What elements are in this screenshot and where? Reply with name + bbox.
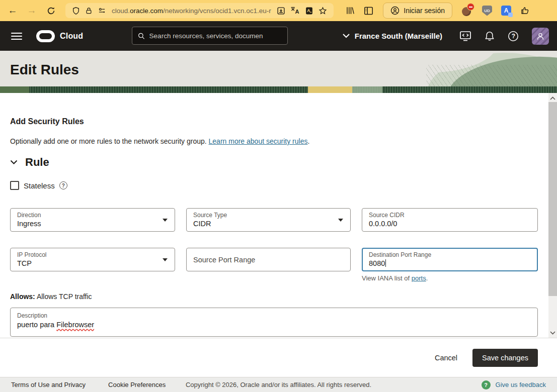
reload-icon[interactable]: [43, 3, 58, 18]
nav-menu-icon[interactable]: [11, 33, 22, 40]
region-label: France South (Marseille): [355, 32, 442, 40]
collapse-chevron-icon[interactable]: [10, 160, 18, 165]
action-bar: Cancel Save changes: [0, 338, 557, 377]
tracking-shield-icon[interactable]: [72, 7, 80, 15]
search-input[interactable]: [149, 32, 282, 40]
user-avatar[interactable]: [532, 28, 549, 45]
cancel-button[interactable]: Cancel: [435, 354, 457, 362]
field-value: Ingress: [17, 219, 168, 228]
cloud-shell-icon[interactable]: [459, 31, 471, 42]
region-selector[interactable]: France South (Marseille): [343, 32, 442, 40]
scrollbar-thumb[interactable]: [548, 102, 557, 296]
stateless-checkbox[interactable]: [10, 181, 19, 190]
field-label: Direction: [17, 212, 168, 219]
bookmark-star-icon[interactable]: [319, 7, 327, 15]
banner-art: [0, 86, 29, 93]
field-value: puerto para Filebrowser: [17, 321, 531, 329]
back-icon[interactable]: ←: [5, 3, 20, 18]
cookie-blocker-extension-icon[interactable]: [462, 5, 473, 16]
terms-link[interactable]: Terms of Use and Privacy: [11, 381, 86, 388]
stateless-row: Stateless ?: [10, 181, 538, 190]
banner-art: [352, 86, 382, 93]
field-label: Description: [17, 312, 531, 319]
field-label: Source CIDR: [369, 212, 531, 219]
edit-rules-panel: Add Security Rules Optionally add one or…: [0, 93, 557, 338]
field-value: TCP: [17, 259, 168, 268]
ports-link[interactable]: ports: [412, 274, 426, 282]
rule-fields-row-1: Direction Ingress Source Type CIDR Sourc…: [10, 208, 538, 232]
allows-label: Allows:: [10, 292, 35, 301]
page-footer: Terms of Use and Privacy Cookie Preferen…: [0, 377, 557, 392]
cookie-preferences-link[interactable]: Cookie Preferences: [108, 381, 166, 388]
scroll-up-icon[interactable]: [548, 94, 557, 102]
svg-text:A: A: [307, 8, 310, 13]
banner-art-strip: [0, 86, 557, 93]
forward-icon[interactable]: →: [24, 3, 39, 18]
save-page-icon[interactable]: [277, 7, 285, 15]
global-search[interactable]: [132, 27, 288, 45]
save-changes-button[interactable]: Save changes: [472, 349, 538, 367]
source-cidr-input[interactable]: Source CIDR 0.0.0.0/0: [362, 208, 538, 232]
brand-label[interactable]: Cloud: [60, 32, 83, 41]
library-icon[interactable]: [346, 6, 355, 15]
allows-summary: Allows: Allows TCP traffic: [10, 292, 538, 301]
url-text: cloud.oracle.com/networking/vcns/ocid1.v…: [112, 7, 271, 15]
stateless-label: Stateless: [24, 181, 55, 190]
translate-page-icon[interactable]: A: [290, 7, 300, 15]
oci-header: Cloud France South (Marseille) ?: [0, 21, 557, 51]
toolbar-right-group: Iniciar sesión UD A: [341, 3, 552, 19]
sidebar-toggle-icon[interactable]: [364, 7, 373, 15]
source-port-range-input[interactable]: Source Port Range: [186, 248, 351, 271]
intro-text: Optionally add one or more rules to the …: [10, 137, 209, 145]
browser-menu-icon[interactable]: [538, 8, 547, 14]
url-bar[interactable]: cloud.oracle.com/networking/vcns/ocid1.v…: [65, 3, 334, 18]
permissions-icon[interactable]: [98, 7, 106, 15]
source-type-select[interactable]: Source Type CIDR: [186, 208, 351, 232]
vertical-scrollbar[interactable]: [548, 93, 557, 338]
direction-select[interactable]: Direction Ingress: [10, 208, 175, 232]
page-banner: Edit Rules: [0, 51, 557, 93]
page-title: Edit Rules: [10, 62, 79, 78]
intro-paragraph: Optionally add one or more rules to the …: [10, 137, 538, 145]
blocked-badge-icon: [467, 3, 474, 11]
browser-toolbar: ← → cloud.oracle.com/networking/vcns/oci…: [0, 0, 557, 21]
help-icon[interactable]: ?: [508, 31, 519, 42]
rule-section-title: Rule: [25, 156, 49, 169]
field-value: CIDR: [193, 219, 344, 228]
reader-translate-icon[interactable]: A: [305, 7, 313, 15]
misspelled-word: Filebrowser: [56, 321, 94, 329]
rule-fields-row-2: IP Protocol TCP Source Port Range Destin…: [10, 248, 538, 282]
browser-signin-button[interactable]: Iniciar sesión: [383, 3, 452, 19]
learn-more-link[interactable]: Learn more about security rules: [209, 137, 308, 145]
feedback-link[interactable]: Give us feedback: [496, 381, 546, 388]
feedback-help-icon[interactable]: ?: [482, 380, 491, 389]
ublock-extension-icon[interactable]: UD: [482, 6, 492, 16]
notifications-bell-icon[interactable]: [485, 31, 495, 42]
footer-links: Terms of Use and Privacy Cookie Preferen…: [11, 381, 166, 388]
destination-port-range-input[interactable]: Destination Port Range 8080: [362, 248, 538, 271]
iana-note: View IANA list of ports.: [362, 274, 538, 282]
field-label: Source Port Range: [193, 256, 255, 263]
banner-art: [308, 86, 352, 93]
person-icon: [536, 32, 545, 41]
allows-text: Allows TCP traffic: [37, 292, 92, 301]
oracle-logo-icon[interactable]: [36, 30, 55, 42]
account-icon: [390, 6, 400, 15]
url-subdomain: cloud.: [112, 7, 130, 15]
stateless-help-icon[interactable]: ?: [59, 181, 67, 189]
translate-extension-icon[interactable]: A: [501, 6, 511, 16]
footer-feedback-group: ? Give us feedback: [482, 380, 546, 389]
svg-text:A: A: [295, 9, 299, 15]
search-icon: [137, 32, 145, 40]
svg-text:?: ?: [512, 33, 515, 40]
header-right-group: France South (Marseille) ?: [343, 28, 549, 45]
description-input[interactable]: Description puerto para Filebrowser: [10, 308, 538, 337]
scroll-down-icon[interactable]: [548, 329, 557, 337]
field-label: IP Protocol: [17, 251, 168, 258]
thumbs-up-extension-icon[interactable]: [520, 6, 529, 15]
lock-icon[interactable]: [85, 7, 93, 15]
rule-section-header[interactable]: Rule: [10, 156, 538, 169]
field-value: 8080: [369, 259, 531, 268]
ip-protocol-select[interactable]: IP Protocol TCP: [10, 248, 175, 271]
copyright-text: Copyright © 2026, Oracle and/or its affi…: [186, 381, 371, 388]
